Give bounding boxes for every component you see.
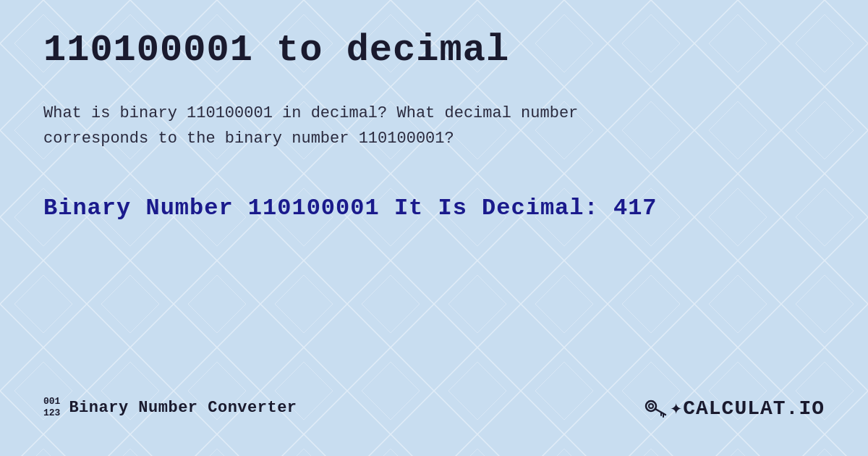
- binary-icon-bottom: 123: [43, 408, 60, 419]
- key-icon: [644, 396, 667, 419]
- binary-icon-top: 001: [43, 396, 60, 408]
- footer-left: 001 123 Binary Number Converter: [43, 396, 297, 418]
- svg-point-5: [649, 404, 653, 408]
- page-title: 110100001 to decimal: [43, 29, 825, 72]
- description-text: What is binary 110100001 in decimal? Wha…: [43, 101, 694, 151]
- footer: 001 123 Binary Number Converter ✦CALCULA…: [43, 395, 825, 427]
- result-section: Binary Number 110100001 It Is Decimal: 4…: [43, 195, 825, 221]
- description-line1: What is binary 110100001 in decimal? Wha…: [43, 104, 578, 122]
- page-content: 110100001 to decimal What is binary 1101…: [0, 0, 868, 456]
- main-section: 110100001 to decimal What is binary 1101…: [43, 29, 825, 221]
- svg-point-4: [646, 401, 656, 411]
- footer-right: ✦CALCULAT.IO: [644, 395, 825, 420]
- calculat-text: ✦CALCULAT.IO: [670, 395, 825, 420]
- calculat-logo: ✦CALCULAT.IO: [644, 395, 825, 420]
- binary-number-icon: 001 123: [43, 396, 60, 418]
- result-text: Binary Number 110100001 It Is Decimal: 4…: [43, 195, 825, 221]
- footer-brand-label: Binary Number Converter: [69, 399, 297, 417]
- description-line2: corresponds to the binary number 1101000…: [43, 130, 454, 148]
